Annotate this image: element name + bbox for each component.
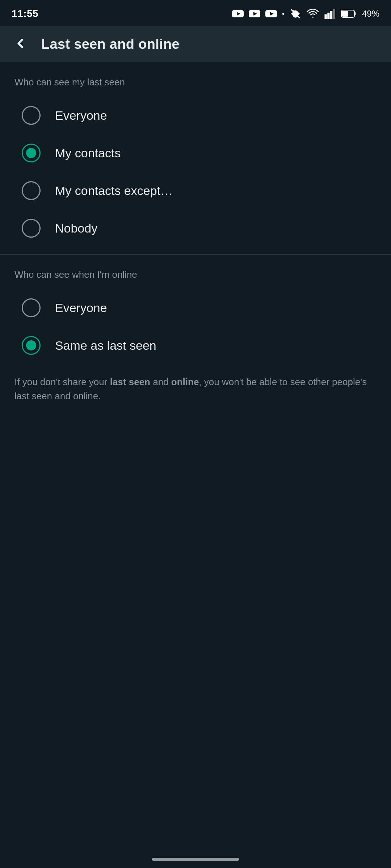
radio-same-as-last-seen[interactable]: Same as last seen (0, 327, 391, 364)
radio-label-my-contacts: My contacts (55, 146, 121, 160)
radio-nobody-last-seen[interactable]: Nobody (0, 209, 391, 247)
radio-circle-same-as-last-seen (22, 336, 41, 355)
radio-label-same-as-last-seen: Same as last seen (55, 339, 156, 353)
toolbar: Last seen and online (0, 26, 391, 62)
status-bar: 11:55 • (0, 0, 391, 26)
radio-everyone-online[interactable]: Everyone (0, 289, 391, 327)
signal-icon (324, 9, 336, 19)
online-section-label: Who can see when I'm online (0, 269, 391, 289)
page-title: Last seen and online (41, 37, 180, 52)
radio-circle-nobody (22, 219, 41, 238)
dot-indicator: • (282, 10, 285, 18)
info-bold-last-seen: last seen (110, 376, 150, 387)
battery-percentage: 49% (362, 9, 379, 19)
radio-circle-my-contacts (22, 144, 41, 162)
youtube-icon-1 (232, 9, 245, 18)
status-right-icons: • 49% (232, 8, 379, 20)
svg-rect-8 (327, 13, 329, 19)
info-text: If you don't share your last seen and on… (0, 364, 391, 414)
radio-label-everyone: Everyone (55, 109, 107, 123)
mute-icon (290, 8, 301, 20)
battery-icon (341, 9, 357, 18)
radio-my-contacts-last-seen[interactable]: My contacts (0, 134, 391, 172)
last-seen-section: Who can see my last seen Everyone My con… (0, 62, 391, 254)
radio-circle-my-contacts-except (22, 181, 41, 200)
svg-rect-12 (342, 11, 348, 17)
radio-label-everyone-online: Everyone (55, 301, 107, 315)
radio-label-my-contacts-except: My contacts except… (55, 184, 173, 198)
svg-rect-7 (324, 14, 327, 19)
back-button[interactable] (10, 33, 30, 55)
back-arrow-icon (13, 36, 28, 51)
last-seen-section-label: Who can see my last seen (0, 77, 391, 97)
notification-icons: • (232, 9, 285, 18)
radio-circle-everyone-online (22, 298, 41, 317)
online-section: Who can see when I'm online Everyone Sam… (0, 254, 391, 421)
info-bold-online: online (171, 376, 199, 387)
radio-everyone-last-seen[interactable]: Everyone (0, 97, 391, 134)
wifi-icon (306, 9, 319, 19)
radio-my-contacts-except-last-seen[interactable]: My contacts except… (0, 172, 391, 209)
home-indicator (152, 858, 239, 861)
radio-label-nobody: Nobody (55, 221, 97, 235)
radio-circle-everyone (22, 106, 41, 125)
youtube-icon-2 (249, 9, 262, 18)
svg-rect-10 (333, 9, 335, 19)
svg-rect-9 (330, 11, 332, 19)
status-time: 11:55 (12, 8, 38, 20)
youtube-icon-3 (265, 9, 278, 18)
